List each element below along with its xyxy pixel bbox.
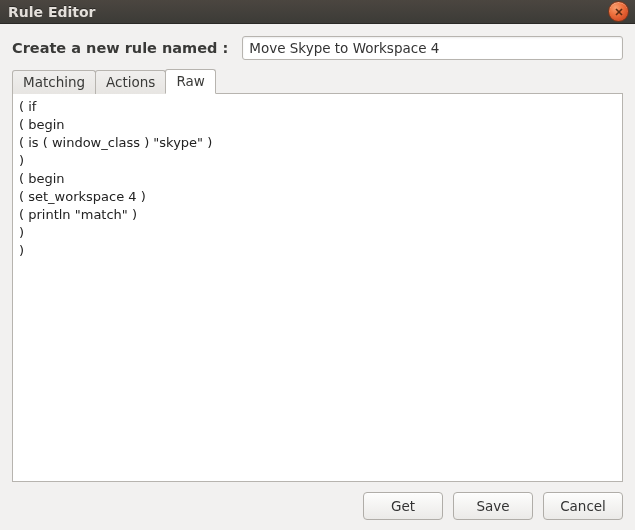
tab-bar: Matching Actions Raw xyxy=(12,68,623,93)
tab-matching[interactable]: Matching xyxy=(12,70,96,94)
tab-label: Raw xyxy=(176,73,204,89)
close-button[interactable] xyxy=(608,1,629,22)
save-button[interactable]: Save xyxy=(453,492,533,520)
rule-name-input[interactable] xyxy=(242,36,623,60)
tab-label: Matching xyxy=(23,74,85,90)
dialog-button-row: Get Save Cancel xyxy=(12,492,623,522)
cancel-button[interactable]: Cancel xyxy=(543,492,623,520)
tab-label: Actions xyxy=(106,74,155,90)
tab-raw[interactable]: Raw xyxy=(165,69,215,94)
close-icon xyxy=(614,7,624,17)
titlebar: Rule Editor xyxy=(0,0,635,24)
raw-editor-panel xyxy=(12,93,623,482)
rule-name-row: Create a new rule named : xyxy=(12,36,623,60)
tab-actions[interactable]: Actions xyxy=(95,70,166,94)
raw-code-textarea[interactable] xyxy=(13,94,622,481)
window-title: Rule Editor xyxy=(8,4,608,20)
get-button[interactable]: Get xyxy=(363,492,443,520)
rule-name-label: Create a new rule named : xyxy=(12,40,228,56)
